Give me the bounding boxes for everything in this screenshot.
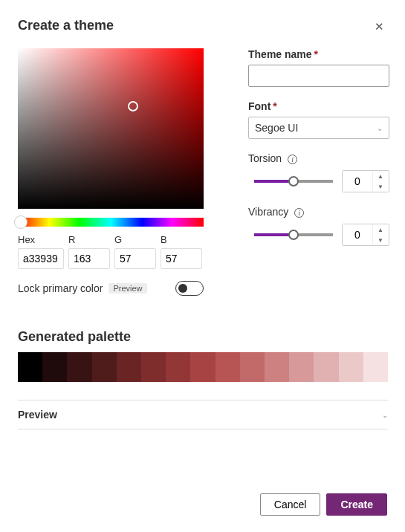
g-input[interactable] [114,248,156,269]
palette-swatch[interactable] [190,352,215,382]
palette-swatch[interactable] [216,352,240,382]
sv-cursor[interactable] [128,101,138,111]
preview-label: Preview [18,409,57,421]
info-icon[interactable]: i [288,155,297,164]
font-label: Font* [248,100,389,112]
palette-swatch[interactable] [363,352,388,382]
palette-swatch[interactable] [92,352,117,382]
palette-swatch[interactable] [289,352,314,382]
chevron-down-icon: ⌄ [382,411,388,419]
vibrancy-thumb[interactable] [288,230,299,240]
vibrancy-label: Vibrancy i [248,206,389,218]
torsion-label: Torsion i [248,152,389,164]
theme-name-input[interactable] [248,65,389,87]
torsion-down[interactable]: ▼ [373,181,388,192]
chevron-down-icon: ⌄ [377,124,383,132]
torsion-up[interactable]: ▲ [373,171,388,181]
hex-input[interactable] [18,248,64,269]
vibrancy-value[interactable] [343,224,372,245]
palette-swatch[interactable] [141,352,166,382]
preview-badge: Preview [108,283,146,293]
vibrancy-down[interactable]: ▼ [373,235,388,245]
generated-palette [18,352,388,382]
b-input[interactable] [161,248,202,269]
palette-swatch[interactable] [42,352,67,382]
lock-primary-label: Lock primary color [18,282,103,294]
close-icon[interactable]: ✕ [372,18,387,35]
theme-name-label: Theme name* [248,48,389,60]
b-label: B [161,234,202,245]
palette-swatch[interactable] [339,352,363,382]
r-input[interactable] [68,248,110,269]
saturation-value-panel[interactable] [18,48,204,209]
palette-swatch[interactable] [240,352,265,382]
create-button[interactable]: Create [326,493,387,516]
g-label: G [114,234,156,245]
r-label: R [68,234,110,245]
palette-swatch[interactable] [314,352,338,382]
hue-slider[interactable] [18,218,204,227]
hex-label: Hex [18,234,64,245]
palette-swatch[interactable] [166,352,190,382]
cancel-button[interactable]: Cancel [260,493,321,516]
font-selected: Segoe UI [255,122,298,134]
vibrancy-up[interactable]: ▲ [373,224,388,235]
torsion-thumb[interactable] [288,176,299,186]
palette-swatch[interactable] [67,352,91,382]
torsion-slider[interactable] [254,180,333,183]
palette-swatch[interactable] [117,352,141,382]
lock-primary-toggle[interactable] [175,281,204,296]
info-icon[interactable]: i [294,208,304,218]
torsion-spinner[interactable]: ▲ ▼ [342,170,389,192]
palette-swatch[interactable] [18,352,42,382]
palette-swatch[interactable] [265,352,289,382]
torsion-value[interactable] [343,171,372,192]
hue-cursor[interactable] [14,215,27,229]
vibrancy-slider[interactable] [254,233,333,236]
font-select[interactable]: Segoe UI ⌄ [248,117,389,139]
vibrancy-spinner[interactable]: ▲ ▼ [342,224,389,246]
preview-accordion[interactable]: Preview ⌄ [18,400,388,429]
generated-palette-heading: Generated palette [18,329,387,345]
page-title: Create a theme [18,18,114,33]
